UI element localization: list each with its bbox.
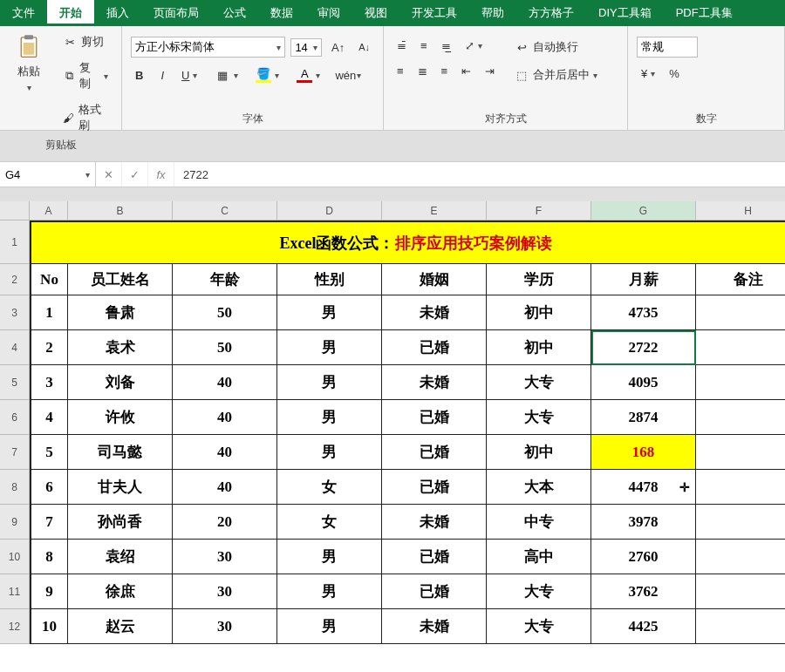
column-header[interactable]: F: [487, 201, 591, 221]
font-size-select[interactable]: 14 ▾: [290, 38, 322, 57]
data-cell[interactable]: 3978: [591, 505, 696, 540]
data-cell[interactable]: 鲁肃: [68, 295, 173, 330]
menu-tab[interactable]: 页面布局: [141, 0, 211, 26]
row-header[interactable]: 4: [0, 330, 30, 365]
data-cell[interactable]: 2: [30, 330, 68, 365]
menu-tab[interactable]: 审阅: [305, 0, 352, 26]
orientation-button[interactable]: ⤢▾: [461, 37, 487, 55]
font-color-button[interactable]: A▾: [292, 64, 324, 85]
data-cell[interactable]: 初中: [487, 435, 591, 470]
data-cell[interactable]: 3762: [591, 574, 696, 609]
menu-tab[interactable]: 插入: [94, 0, 141, 26]
menu-tab[interactable]: DIY工具箱: [586, 0, 664, 26]
header-cell[interactable]: 月薪: [591, 264, 696, 295]
align-center-button[interactable]: ≣: [413, 62, 432, 80]
column-header[interactable]: B: [68, 201, 173, 221]
row-header[interactable]: 2: [0, 264, 30, 295]
align-bottom-button[interactable]: ≡̲: [437, 37, 455, 55]
row-header[interactable]: 9: [0, 505, 30, 540]
header-cell[interactable]: 备注: [696, 264, 785, 295]
data-cell[interactable]: 未婚: [382, 365, 487, 400]
data-cell[interactable]: 6: [30, 470, 68, 505]
data-cell[interactable]: 初中: [487, 330, 591, 365]
data-cell[interactable]: 4425: [591, 609, 696, 644]
data-cell[interactable]: [696, 574, 785, 609]
data-cell[interactable]: 168: [591, 435, 696, 470]
data-cell[interactable]: 司马懿: [68, 435, 173, 470]
data-cell[interactable]: 男: [277, 400, 382, 435]
data-cell[interactable]: 20: [173, 505, 277, 540]
row-header[interactable]: 5: [0, 365, 30, 400]
data-cell[interactable]: 5: [30, 435, 68, 470]
data-cell[interactable]: 已婚: [382, 540, 487, 574]
data-cell[interactable]: [696, 295, 785, 330]
column-header[interactable]: A: [30, 201, 68, 221]
data-cell[interactable]: 大专: [487, 609, 591, 644]
data-cell[interactable]: 50: [173, 295, 277, 330]
cancel-button[interactable]: ✕: [96, 162, 122, 187]
menu-tab[interactable]: PDF工具集: [664, 0, 745, 26]
menu-tab[interactable]: 方方格子: [516, 0, 586, 26]
row-header[interactable]: 3: [0, 295, 30, 330]
copy-button[interactable]: ⧉ 复制 ▾: [58, 58, 113, 94]
data-cell[interactable]: [696, 365, 785, 400]
menu-tab[interactable]: 视图: [352, 0, 399, 26]
row-header[interactable]: 6: [0, 400, 30, 435]
border-button[interactable]: ▦▾: [210, 64, 242, 85]
data-cell[interactable]: 男: [277, 330, 382, 365]
phonetic-button[interactable]: wén▾: [333, 64, 365, 85]
data-cell[interactable]: 30: [173, 574, 277, 609]
menu-tab[interactable]: 帮助: [469, 0, 516, 26]
data-cell[interactable]: 4095: [591, 365, 696, 400]
data-cell[interactable]: 2722: [591, 330, 696, 365]
data-cell[interactable]: 许攸: [68, 400, 173, 435]
row-header[interactable]: 8: [0, 470, 30, 505]
data-cell[interactable]: [696, 400, 785, 435]
data-cell[interactable]: 男: [277, 295, 382, 330]
align-middle-button[interactable]: ≡: [416, 37, 432, 55]
menu-tab[interactable]: 文件: [0, 0, 47, 26]
data-cell[interactable]: [696, 505, 785, 540]
data-cell[interactable]: 1: [30, 295, 68, 330]
number-format-select[interactable]: 常规: [637, 37, 698, 58]
row-header[interactable]: 1: [0, 221, 30, 264]
data-cell[interactable]: 赵云: [68, 609, 173, 644]
data-cell[interactable]: [696, 330, 785, 365]
row-header[interactable]: 12: [0, 609, 30, 644]
data-cell[interactable]: 已婚: [382, 470, 487, 505]
data-cell[interactable]: 已婚: [382, 435, 487, 470]
percent-button[interactable]: %: [665, 64, 684, 83]
data-cell[interactable]: 刘备: [68, 365, 173, 400]
data-cell[interactable]: 大专: [487, 400, 591, 435]
data-cell[interactable]: [696, 470, 785, 505]
data-cell[interactable]: 未婚: [382, 295, 487, 330]
data-cell[interactable]: 30: [173, 609, 277, 644]
currency-button[interactable]: ¥▾: [637, 64, 659, 83]
header-cell[interactable]: 性别: [277, 264, 382, 295]
header-cell[interactable]: 学历: [487, 264, 591, 295]
font-name-select[interactable]: 方正小标宋简体 ▾: [131, 37, 285, 58]
data-cell[interactable]: 40: [173, 470, 277, 505]
data-cell[interactable]: 未婚: [382, 609, 487, 644]
menu-tab[interactable]: 公式: [211, 0, 258, 26]
data-cell[interactable]: 初中: [487, 295, 591, 330]
underline-button[interactable]: U▾: [177, 66, 201, 85]
data-cell[interactable]: 孙尚香: [68, 505, 173, 540]
data-cell[interactable]: 7: [30, 505, 68, 540]
increase-indent-button[interactable]: ⇥: [481, 62, 499, 80]
column-header[interactable]: E: [382, 201, 487, 221]
data-cell[interactable]: 袁绍: [68, 540, 173, 574]
data-cell[interactable]: 50: [173, 330, 277, 365]
data-cell[interactable]: [696, 435, 785, 470]
header-cell[interactable]: 年龄: [173, 264, 277, 295]
data-cell[interactable]: 徐庶: [68, 574, 173, 609]
header-cell[interactable]: 员工姓名: [68, 264, 173, 295]
data-cell[interactable]: 男: [277, 574, 382, 609]
cut-button[interactable]: ✂ 剪切: [58, 31, 113, 52]
bold-button[interactable]: B: [131, 66, 147, 85]
data-cell[interactable]: 未婚: [382, 505, 487, 540]
data-cell[interactable]: 中专: [487, 505, 591, 540]
data-cell[interactable]: 30: [173, 540, 277, 574]
fill-color-button[interactable]: 🪣▾: [251, 64, 283, 85]
data-cell[interactable]: 高中: [487, 540, 591, 574]
